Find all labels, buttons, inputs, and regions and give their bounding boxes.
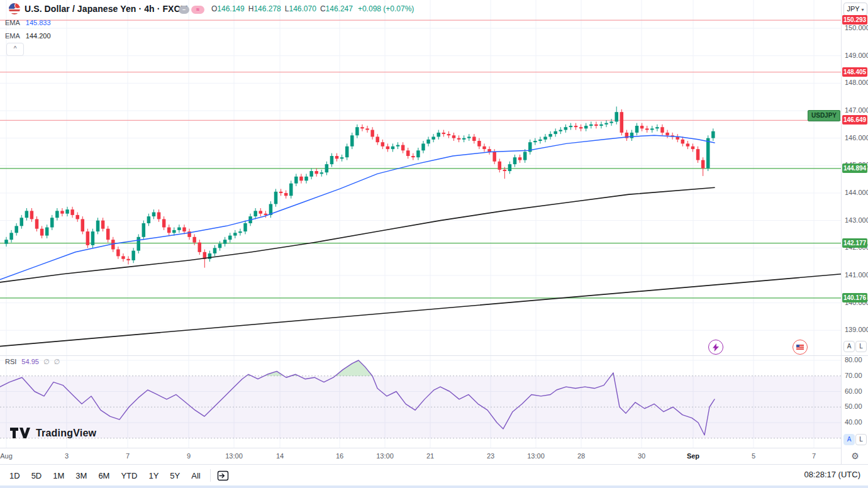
range-button-1y[interactable]: 1Y [144, 469, 163, 482]
time-axis-label: 13:00 [527, 452, 545, 460]
candle-body [223, 240, 227, 244]
candle-body [350, 135, 354, 146]
ema-fast-legend[interactable]: EMA145.833 [5, 19, 51, 26]
candle-body [279, 192, 283, 193]
candle-body [289, 184, 293, 196]
price-axis-label: 146.000 [845, 134, 868, 141]
panel-separator[interactable] [0, 355, 868, 356]
candle-body [584, 126, 588, 128]
candle-body [274, 192, 278, 204]
auto-scale-button[interactable]: A [843, 341, 855, 352]
candle-body [259, 211, 263, 213]
economic-event-flash-icon[interactable] [708, 340, 723, 355]
candle-body [218, 244, 222, 248]
candle-body [360, 127, 364, 128]
rsi-legend[interactable]: RSI54.95∅∅ [5, 358, 60, 366]
range-button-5y[interactable]: 5Y [165, 469, 184, 482]
candle-body [452, 135, 456, 138]
ema-slow-value: 144.200 [26, 32, 51, 40]
go-to-date-button[interactable] [216, 468, 231, 483]
candle-body [523, 152, 527, 160]
range-button-1m[interactable]: 1M [48, 469, 69, 482]
price-level-tag: 146.649 [842, 115, 867, 125]
candle-body [4, 240, 8, 244]
minimize-indicator-pill[interactable]: – [179, 6, 189, 14]
candle-body [477, 141, 481, 147]
candle-body [40, 229, 44, 236]
low-value: 146.070 [289, 4, 316, 13]
candle-body [548, 134, 552, 136]
range-button-3m[interactable]: 3M [71, 469, 91, 482]
clock-utc[interactable]: 08:28:17 (UTC) [804, 470, 860, 479]
time-axis-label: 28 [577, 452, 585, 460]
candle-body [589, 125, 593, 126]
candle-body [35, 219, 39, 228]
ema-slow-legend[interactable]: EMA144.200 [5, 32, 51, 40]
candle-body [91, 231, 95, 245]
range-button-ytd[interactable]: YTD [116, 469, 142, 482]
time-axis-label: 7 [812, 452, 816, 460]
candle-body [696, 149, 700, 160]
candle-body [518, 157, 522, 160]
bottom-toolbar: 1D5D1M3M6MYTD1Y5YAll 08:28:17 (UTC) [0, 464, 868, 486]
candle-body [686, 143, 690, 146]
wave-indicator-pill[interactable]: ≈ [191, 6, 204, 14]
price-level-tag: 140.176 [842, 293, 867, 302]
candle-body [121, 256, 125, 258]
price-level-tag: 144.894 [842, 164, 867, 173]
candle-body [253, 211, 257, 216]
price-axis[interactable]: JPY ▾ A L A L ⚙ 150.000149.000148.000147… [841, 0, 868, 464]
rsi-auto-scale-button[interactable]: A [843, 434, 855, 445]
time-axis[interactable]: Aug37913:00141613:00212313:002830Sep57 [0, 448, 841, 465]
price-axis-label: 141.000 [845, 271, 868, 279]
time-axis-label: 13:00 [376, 452, 394, 460]
candle-body [538, 140, 542, 141]
candle-body [630, 133, 634, 138]
calendar-arrow-icon [217, 470, 229, 482]
rsi-empty-icon: ∅ [53, 358, 60, 365]
rsi-axis-label: 70.00 [845, 372, 862, 379]
price-axis-label: 149.000 [845, 52, 868, 59]
candle-body [665, 133, 669, 135]
collapse-legend-button[interactable]: ^ [6, 43, 24, 56]
candle-body [365, 128, 369, 130]
us-flag-icon [796, 345, 804, 350]
candle-body [691, 147, 695, 149]
chart-canvas[interactable] [0, 0, 841, 448]
candle-body [167, 228, 171, 233]
candle-body [162, 219, 166, 227]
candle-body [416, 150, 420, 157]
candle-body [447, 134, 451, 135]
candle-body [243, 223, 247, 231]
candle-body [86, 231, 90, 245]
chart-header: U.S. Dollar / Japanese Yen · 4h · FXCM –… [0, 0, 841, 18]
symbol-title[interactable]: U.S. Dollar / Japanese Yen · 4h · FXCM [25, 4, 188, 14]
candle-body [60, 211, 64, 213]
change-value: +0.098 (+0.07%) [358, 4, 414, 13]
range-button-1d[interactable]: 1D [5, 469, 25, 482]
rsi-log-scale-button[interactable]: L [855, 434, 867, 445]
rsi-empty-icon: ∅ [43, 358, 50, 365]
range-button-5d[interactable]: 5D [27, 469, 47, 482]
candle-body [462, 138, 466, 140]
toolbar-divider [210, 469, 211, 482]
symbol-price-tag: USDJPY [808, 110, 840, 121]
axis-settings-gear-icon[interactable]: ⚙ [842, 448, 868, 464]
candle-body [442, 133, 446, 134]
currency-selector-button[interactable]: JPY ▾ [843, 3, 867, 16]
rsi-axis-label: 60.00 [845, 387, 862, 395]
close-value: 146.247 [326, 4, 353, 13]
log-scale-button[interactable]: L [855, 341, 867, 352]
candle-body [299, 177, 303, 181]
time-axis-label: 7 [126, 452, 130, 460]
candle-body [233, 233, 237, 235]
chevron-down-icon: ▾ [862, 7, 864, 13]
range-button-6m[interactable]: 6M [94, 469, 114, 482]
candle-body [376, 136, 379, 142]
candle-body [228, 236, 232, 240]
tradingview-logo[interactable]: TradingView [10, 428, 96, 439]
rsi-axis-label: 40.00 [845, 418, 862, 426]
candle-body [431, 136, 435, 139]
economic-event-us-icon[interactable] [793, 340, 808, 355]
range-button-all[interactable]: All [187, 469, 204, 482]
